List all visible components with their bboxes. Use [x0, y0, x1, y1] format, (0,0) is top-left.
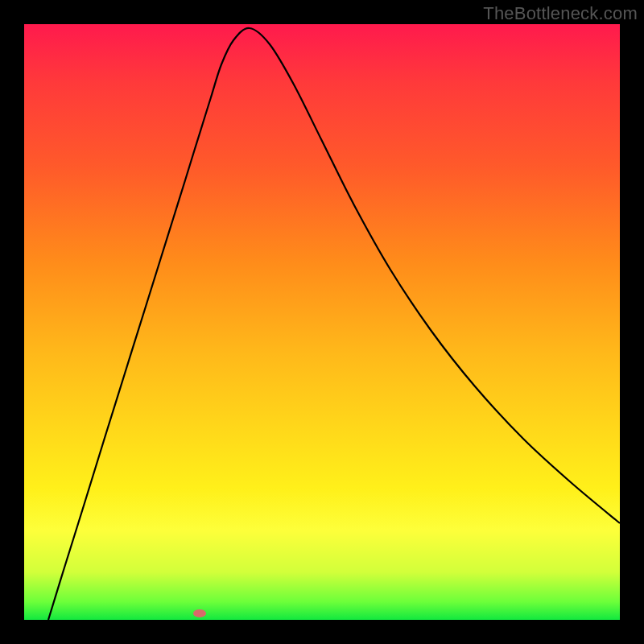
min-marker-dot [193, 609, 206, 617]
chart-frame: TheBottleneck.com [0, 0, 644, 644]
bottleneck-curve [24, 24, 620, 620]
watermark-text: TheBottleneck.com [483, 3, 638, 24]
plot-area [24, 24, 620, 620]
